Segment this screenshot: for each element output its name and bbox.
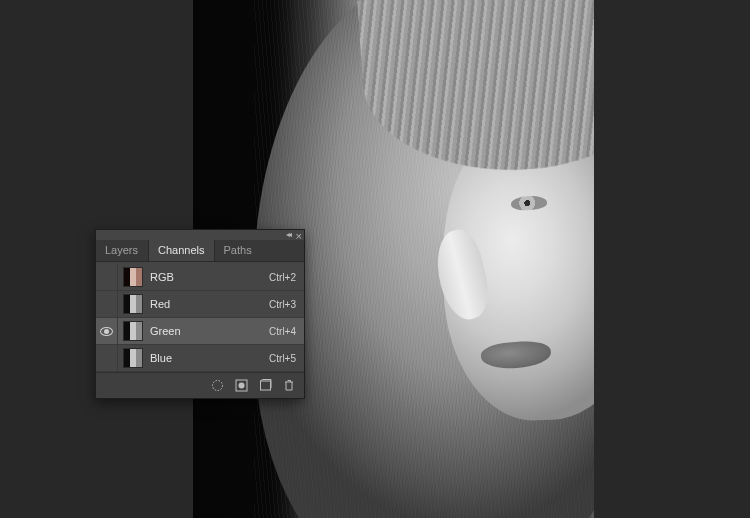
channel-name: RGB [150, 271, 269, 283]
save-selection-mask-icon[interactable] [234, 379, 248, 393]
visibility-toggle[interactable] [96, 291, 118, 317]
tab-paths[interactable]: Paths [215, 240, 262, 261]
channels-panel: ◂◂ × Layers Channels Paths RGB Ctrl+2 Re… [95, 229, 305, 399]
visibility-toggle[interactable] [96, 318, 118, 344]
channel-thumb [123, 348, 143, 368]
new-channel-icon[interactable] [258, 379, 272, 393]
panel-header: ◂◂ × [96, 230, 304, 240]
panel-close-icon[interactable]: × [296, 232, 302, 240]
tab-layers[interactable]: Layers [96, 240, 148, 261]
channel-shortcut: Ctrl+4 [269, 326, 296, 337]
channel-thumb [123, 267, 143, 287]
channel-row-green[interactable]: Green Ctrl+4 [96, 318, 304, 345]
channel-shortcut: Ctrl+5 [269, 353, 296, 364]
channel-name: Green [150, 325, 269, 337]
svg-rect-3 [260, 381, 270, 390]
channel-list: RGB Ctrl+2 Red Ctrl+3 Green Ctrl+4 Blue … [96, 262, 304, 372]
channel-shortcut: Ctrl+3 [269, 299, 296, 310]
load-selection-icon[interactable] [210, 379, 224, 393]
visibility-toggle[interactable] [96, 345, 118, 371]
visibility-toggle[interactable] [96, 264, 118, 290]
channel-name: Red [150, 298, 269, 310]
channel-thumb [123, 321, 143, 341]
channel-thumb [123, 294, 143, 314]
eye-icon [100, 327, 113, 336]
channel-shortcut: Ctrl+2 [269, 272, 296, 283]
channel-row-rgb[interactable]: RGB Ctrl+2 [96, 264, 304, 291]
panel-tabs: Layers Channels Paths [96, 240, 304, 262]
panel-footer [96, 372, 304, 398]
tab-channels[interactable]: Channels [148, 240, 214, 261]
svg-point-2 [238, 383, 244, 389]
delete-channel-icon[interactable] [282, 379, 296, 393]
svg-point-0 [212, 381, 222, 391]
channel-row-blue[interactable]: Blue Ctrl+5 [96, 345, 304, 372]
channel-name: Blue [150, 352, 269, 364]
panel-collapse-icon[interactable]: ◂◂ [286, 230, 290, 239]
channel-row-red[interactable]: Red Ctrl+3 [96, 291, 304, 318]
